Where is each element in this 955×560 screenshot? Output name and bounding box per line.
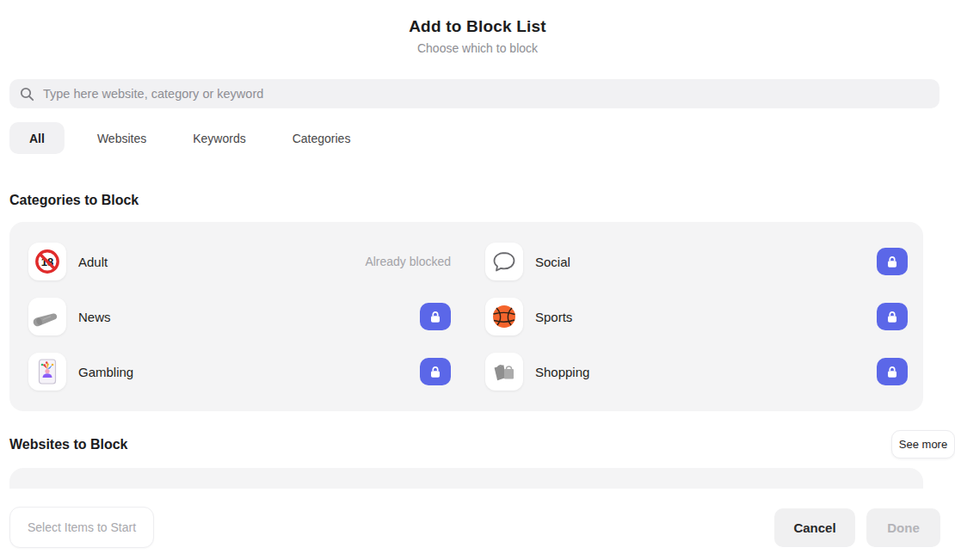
lock-icon	[886, 311, 898, 323]
tab-all[interactable]: All	[9, 122, 65, 154]
speech-bubble-icon	[485, 243, 523, 280]
already-blocked-status: Already blocked	[365, 255, 451, 268]
lock-category-button[interactable]	[877, 303, 908, 330]
see-more-button[interactable]: See more	[891, 430, 955, 458]
cancel-button[interactable]: Cancel	[774, 508, 855, 547]
lock-category-button[interactable]	[877, 248, 908, 275]
category-row-sports: Sports	[466, 289, 923, 344]
page-subtitle: Choose which to block	[0, 41, 955, 55]
category-row-adult: 18 Adult Already blocked	[9, 234, 466, 289]
shopping-bags-icon	[485, 353, 523, 391]
joker-card-icon	[28, 353, 66, 391]
tab-websites[interactable]: Websites	[83, 122, 160, 154]
newspaper-icon	[28, 298, 66, 335]
categories-section-heading: Categories to Block	[9, 193, 139, 208]
category-row-shopping: Shopping	[466, 344, 923, 399]
basketball-icon	[485, 298, 523, 335]
done-button[interactable]: Done	[866, 508, 940, 547]
lock-category-button[interactable]	[877, 358, 908, 385]
category-row-social: Social	[466, 234, 923, 289]
category-label: Sports	[535, 310, 572, 324]
lock-icon	[429, 366, 441, 378]
websites-section-heading: Websites to Block	[9, 437, 128, 452]
tab-keywords[interactable]: Keywords	[179, 122, 259, 154]
page-title: Add to Block List	[0, 17, 955, 36]
lock-category-button[interactable]	[420, 303, 451, 330]
dialog-header: Add to Block List Choose which to block	[0, 0, 955, 55]
category-label: Social	[535, 255, 570, 269]
lock-icon	[886, 255, 898, 268]
filter-tabs: All Websites Keywords Categories	[9, 122, 364, 154]
footer-bar: Select Items to Start Cancel Done	[0, 489, 955, 560]
search-icon	[20, 87, 34, 102]
adult-18-icon: 18	[28, 243, 66, 280]
search-input[interactable]	[43, 87, 929, 101]
category-label: Adult	[78, 255, 108, 269]
lock-icon	[429, 311, 441, 323]
websites-panel	[9, 468, 923, 489]
category-label: Shopping	[535, 365, 589, 379]
category-row-gambling: Gambling	[9, 344, 466, 399]
category-label: Gambling	[78, 365, 133, 379]
select-items-hint-button[interactable]: Select Items to Start	[9, 507, 154, 548]
lock-icon	[886, 366, 898, 378]
categories-panel: 18 Adult Already blocked Social	[9, 222, 923, 411]
category-label: News	[78, 310, 111, 324]
lock-category-button[interactable]	[420, 358, 451, 385]
search-bar[interactable]	[9, 79, 940, 108]
tab-categories[interactable]: Categories	[279, 122, 365, 154]
category-row-news: News	[9, 289, 466, 344]
